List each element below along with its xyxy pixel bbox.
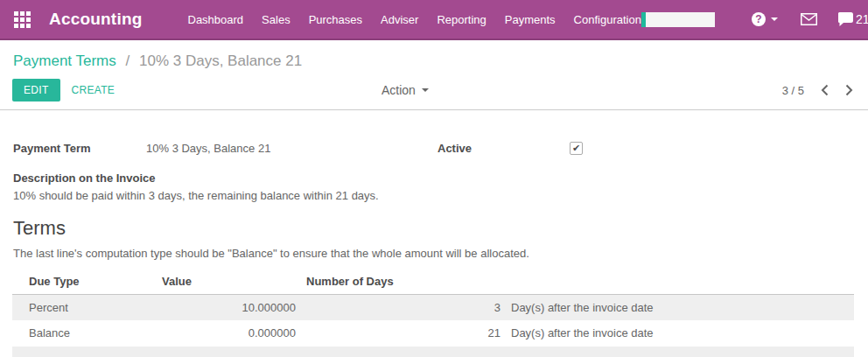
topbar-right-cluster: ? 21 <box>641 12 868 27</box>
nav-item-configuration[interactable]: Configuration <box>574 10 641 30</box>
invoice-description-label: Description on the Invoice <box>13 172 855 185</box>
table-footer-strip <box>12 346 854 357</box>
app-title: Accounting <box>49 10 143 29</box>
table-row[interactable]: Percent 10.000000 3 Day(s) after the inv… <box>12 295 854 321</box>
discuss-button[interactable]: 21 <box>838 12 868 26</box>
cell-number-of-days: 21 <box>301 320 506 346</box>
column-header-option <box>506 270 854 295</box>
payment-term-label: Payment Term <box>13 142 146 155</box>
breadcrumb-separator: / <box>126 52 130 69</box>
top-navbar: Accounting Dashboard Sales Purchases Adv… <box>0 0 868 40</box>
chevron-right-icon <box>845 84 853 96</box>
terms-helper-text: The last line's computation type should … <box>13 247 855 260</box>
column-header-number-of-days: Number of Days <box>301 270 506 295</box>
payment-term-value: 10% 3 Days, Balance 21 <box>146 142 270 155</box>
pager-previous-button[interactable] <box>821 84 829 96</box>
pager-value: 3 / 5 <box>782 84 804 97</box>
apps-grid-icon[interactable] <box>14 11 31 28</box>
edit-button[interactable]: EDIT <box>12 79 60 102</box>
discuss-unread-count: 21 <box>856 12 868 26</box>
cell-due-type: Percent <box>12 295 157 321</box>
cell-due-type: Balance <box>12 320 157 346</box>
form-fields-row: Payment Term 10% 3 Days, Balance 21 Acti… <box>13 142 855 155</box>
chevron-left-icon <box>821 84 829 96</box>
breadcrumb-payment-terms-link[interactable]: Payment Terms <box>13 52 116 69</box>
payment-term-form: Payment Term 10% 3 Days, Balance 21 Acti… <box>0 110 868 260</box>
cell-option: Day(s) after the invoice date <box>506 295 854 321</box>
breadcrumb-current-record: 10% 3 Days, Balance 21 <box>139 52 302 69</box>
record-pager: 3 / 5 <box>782 84 853 97</box>
table-row[interactable]: Balance 0.000000 21 Day(s) after the inv… <box>12 320 854 346</box>
messages-inbox-button[interactable] <box>801 13 817 25</box>
payment-term-field: Payment Term 10% 3 Days, Balance 21 <box>13 142 438 155</box>
action-dropdown-label: Action <box>382 83 416 97</box>
nav-item-dashboard[interactable]: Dashboard <box>188 10 244 30</box>
pager-next-button[interactable] <box>845 84 853 96</box>
chat-bubble-icon <box>838 12 853 26</box>
column-header-value: Value <box>157 270 301 295</box>
nav-item-sales[interactable]: Sales <box>262 10 290 30</box>
envelope-icon <box>801 13 817 25</box>
cell-value: 0.000000 <box>157 320 301 346</box>
cell-value: 10.000000 <box>157 295 301 321</box>
action-dropdown[interactable]: Action <box>382 79 429 102</box>
breadcrumb: Payment Terms / 10% 3 Days, Balance 21 <box>0 40 868 70</box>
cell-option: Day(s) after the invoice date <box>506 320 854 346</box>
invoice-description-value: 10% should be paid within 3 days, the re… <box>13 189 855 202</box>
active-label: Active <box>438 142 570 155</box>
top-menu: Dashboard Sales Purchases Adviser Report… <box>188 10 641 30</box>
active-checkbox[interactable]: ✔ <box>570 142 583 155</box>
active-field: Active ✔ <box>438 142 583 155</box>
terms-lines-table: Due Type Value Number of Days Percent 10… <box>12 270 854 346</box>
chevron-down-icon <box>771 18 778 21</box>
user-menu[interactable] <box>641 12 715 27</box>
cell-number-of-days: 3 <box>301 295 506 321</box>
nav-item-payments[interactable]: Payments <box>505 10 556 30</box>
nav-item-reporting[interactable]: Reporting <box>437 10 486 30</box>
user-menu-accent-strip <box>641 12 646 27</box>
column-header-due-type: Due Type <box>12 270 157 295</box>
nav-item-purchases[interactable]: Purchases <box>309 10 362 30</box>
help-menu[interactable]: ? <box>752 12 778 26</box>
create-button[interactable]: CREATE <box>66 84 121 96</box>
control-panel: EDIT CREATE Action 3 / 5 <box>0 79 868 102</box>
invoice-description-field: Description on the Invoice 10% should be… <box>13 172 855 202</box>
nav-item-adviser[interactable]: Adviser <box>381 10 418 30</box>
chevron-down-icon <box>422 88 429 92</box>
terms-section-heading: Terms <box>13 217 855 240</box>
help-icon: ? <box>752 12 766 26</box>
terms-table-header-row: Due Type Value Number of Days <box>12 270 854 295</box>
